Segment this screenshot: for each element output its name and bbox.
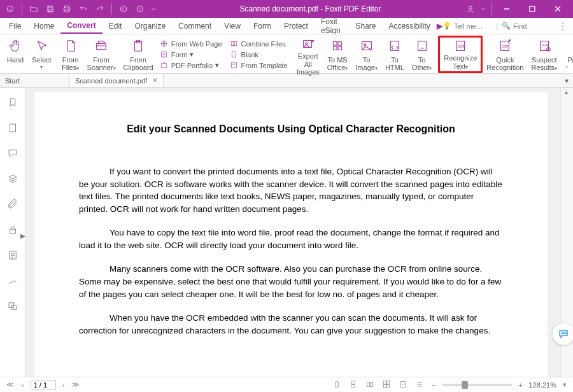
hand-tool-button[interactable]: Hand bbox=[3, 36, 28, 73]
minimize-button[interactable] bbox=[494, 0, 520, 18]
svg-point-39 bbox=[563, 333, 565, 334]
svg-rect-17 bbox=[334, 41, 337, 45]
menu-edit[interactable]: Edit bbox=[103, 19, 129, 33]
comments-panel-icon[interactable] bbox=[6, 146, 20, 160]
other-icon bbox=[413, 37, 431, 55]
menu-file[interactable]: File bbox=[3, 19, 27, 33]
svg-rect-36 bbox=[9, 303, 14, 308]
prev-view-icon[interactable] bbox=[116, 1, 131, 17]
menu-home[interactable]: Home bbox=[27, 19, 60, 33]
from-scanner-button[interactable]: From Scanner▾ bbox=[83, 36, 120, 73]
app-logo-icon[interactable] bbox=[3, 1, 18, 17]
first-page-icon[interactable]: ≪ bbox=[5, 381, 15, 389]
start-tab[interactable]: Start bbox=[0, 74, 70, 87]
svg-rect-19 bbox=[334, 46, 337, 50]
prev-page-icon[interactable]: ‹ bbox=[20, 381, 25, 389]
doc-paragraph: You have to copy the text file into word… bbox=[79, 227, 503, 251]
menu-convert[interactable]: Convert bbox=[60, 18, 102, 34]
find-input[interactable] bbox=[513, 22, 551, 30]
from-clipboard-button[interactable]: From Clipboard bbox=[120, 36, 157, 73]
document-tab[interactable]: Scanned document.pdf ✕ bbox=[70, 74, 164, 87]
fit-page-icon[interactable] bbox=[397, 380, 409, 390]
menu-form[interactable]: Form bbox=[247, 19, 278, 33]
fields-panel-icon[interactable] bbox=[6, 299, 20, 313]
print-icon[interactable] bbox=[59, 1, 74, 17]
scroll-up-icon[interactable]: ▲ bbox=[563, 89, 569, 95]
undo-icon[interactable] bbox=[76, 1, 91, 17]
from-web-page-button[interactable]: From Web Page bbox=[157, 39, 225, 49]
office-icon bbox=[329, 37, 346, 55]
save-icon[interactable] bbox=[43, 1, 58, 17]
vertical-scrollbar[interactable]: ▲ bbox=[560, 88, 573, 377]
svg-point-1 bbox=[120, 6, 126, 11]
menu-protect[interactable]: Protect bbox=[278, 19, 315, 33]
pages-panel-icon[interactable] bbox=[6, 121, 20, 135]
next-page-icon[interactable]: › bbox=[61, 381, 66, 389]
image-icon bbox=[358, 37, 376, 55]
svg-rect-24 bbox=[418, 41, 426, 51]
security-panel-icon[interactable] bbox=[6, 223, 20, 237]
menu-organize[interactable]: Organize bbox=[128, 19, 172, 33]
from-template-button[interactable]: From Template bbox=[227, 60, 290, 71]
select-tool-button[interactable]: Select▾ bbox=[28, 36, 55, 73]
next-view-icon[interactable] bbox=[132, 1, 148, 17]
page-number-field[interactable] bbox=[31, 380, 56, 390]
zoom-in-icon[interactable]: + bbox=[517, 381, 523, 389]
last-page-icon[interactable]: ≫ bbox=[71, 381, 81, 389]
menu-view[interactable]: View bbox=[218, 19, 247, 33]
menu-more-icon[interactable]: ⋮ bbox=[555, 22, 570, 31]
articles-panel-icon[interactable] bbox=[6, 248, 20, 262]
facing-view-icon[interactable] bbox=[364, 380, 376, 390]
svg-rect-11 bbox=[231, 41, 234, 46]
document-viewport[interactable]: Edit your Scanned Documents Using Optica… bbox=[25, 88, 560, 377]
suspect-results-button[interactable]: OCR Suspect Results▾ bbox=[527, 36, 561, 73]
user-account-icon[interactable] bbox=[463, 1, 478, 17]
svg-rect-43 bbox=[351, 384, 355, 388]
recognize-text-button[interactable]: OCR Recognize Text▾ bbox=[438, 36, 483, 73]
layers-panel-icon[interactable] bbox=[6, 172, 20, 186]
collapse-ribbon-icon[interactable]: ⌃ bbox=[564, 65, 569, 72]
zoom-dropdown-icon[interactable]: ▾ bbox=[562, 381, 568, 389]
to-image-button[interactable]: To Image▾ bbox=[351, 36, 381, 73]
to-html-button[interactable]: To HTML bbox=[381, 36, 408, 73]
find-search[interactable]: 🔍 bbox=[502, 22, 551, 30]
form-button[interactable]: Form ▾ bbox=[157, 50, 225, 60]
account-dropdown-icon[interactable] bbox=[479, 1, 487, 17]
hand-icon bbox=[6, 37, 24, 55]
menubar: File Home Convert Edit Organize Comment … bbox=[0, 18, 573, 34]
tab-close-icon[interactable]: ✕ bbox=[152, 76, 158, 85]
export-all-images-button[interactable]: Export All Images bbox=[293, 36, 323, 73]
tab-overflow-icon[interactable]: ▾ bbox=[560, 74, 573, 87]
zoom-out-icon[interactable]: − bbox=[430, 381, 437, 389]
combine-files-button[interactable]: Combine Files bbox=[227, 39, 290, 49]
menu-share[interactable]: Share bbox=[349, 19, 382, 33]
blank-button[interactable]: Blank bbox=[227, 50, 290, 60]
document-tab-bar: Start Scanned document.pdf ✕ ▾ bbox=[0, 74, 573, 88]
pdf-portfolio-button[interactable]: PDF Portfolio ▾ bbox=[157, 60, 225, 71]
open-icon[interactable] bbox=[26, 1, 41, 17]
expand-panel-icon[interactable]: ▶ bbox=[20, 232, 25, 239]
reflow-view-icon[interactable] bbox=[414, 380, 425, 390]
continuous-facing-view-icon[interactable] bbox=[381, 380, 392, 390]
zoom-slider[interactable] bbox=[442, 384, 512, 386]
close-button[interactable] bbox=[545, 0, 570, 18]
attachments-panel-icon[interactable] bbox=[6, 197, 20, 211]
assistant-floating-button[interactable] bbox=[553, 323, 573, 345]
maximize-button[interactable] bbox=[520, 0, 545, 18]
to-other-button[interactable]: To Other▾ bbox=[408, 36, 436, 73]
menu-accessibility[interactable]: Accessibility bbox=[383, 19, 437, 33]
menu-comment[interactable]: Comment bbox=[172, 19, 218, 33]
menu-overflow-icon[interactable]: ▶ bbox=[437, 22, 442, 31]
to-ms-office-button[interactable]: To MS Office▾ bbox=[323, 36, 352, 73]
from-files-button[interactable]: From Files▾ bbox=[58, 36, 83, 73]
signatures-panel-icon[interactable] bbox=[6, 274, 20, 288]
single-page-view-icon[interactable] bbox=[331, 380, 343, 390]
redo-icon[interactable] bbox=[92, 1, 108, 17]
zoom-slider-thumb[interactable] bbox=[462, 381, 468, 389]
quick-recognition-button[interactable]: OCR Quick Recognition bbox=[483, 36, 527, 73]
continuous-view-icon[interactable] bbox=[348, 380, 359, 390]
tell-me-search[interactable]: 💡 bbox=[442, 22, 492, 30]
bookmark-panel-icon[interactable] bbox=[6, 95, 20, 109]
qat-dropdown-icon[interactable] bbox=[149, 1, 158, 17]
tell-me-input[interactable] bbox=[454, 22, 492, 30]
